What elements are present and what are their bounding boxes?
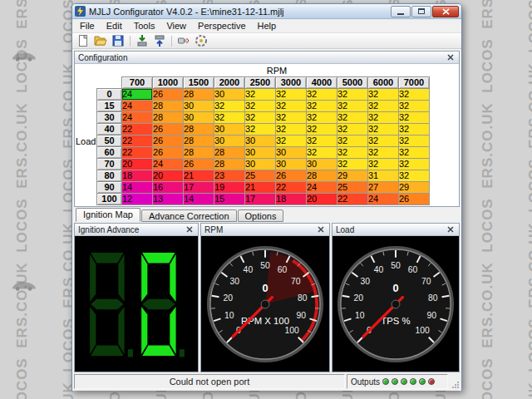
map-cell[interactable]: 32 — [245, 89, 276, 101]
map-cell[interactable]: 32 — [307, 89, 337, 101]
map-cell[interactable]: 25 — [245, 170, 276, 182]
map-cell[interactable]: 28 — [307, 170, 337, 182]
map-cell[interactable]: 30 — [245, 135, 276, 147]
map-cell[interactable]: 20 — [307, 194, 337, 205]
write-ecu-button[interactable] — [151, 34, 168, 48]
menu-perspective[interactable]: Perspective — [192, 20, 251, 32]
map-cell[interactable]: 24 — [153, 159, 184, 170]
map-cell[interactable]: 32 — [399, 170, 430, 182]
map-cell[interactable]: 14 — [184, 194, 214, 205]
map-cell[interactable]: 30 — [276, 147, 307, 159]
map-cell[interactable]: 28 — [184, 147, 214, 159]
map-cell[interactable]: 26 — [184, 159, 214, 170]
map-cell[interactable]: 32 — [245, 112, 276, 124]
map-cell[interactable]: 25 — [337, 182, 368, 194]
map-cell[interactable]: 32 — [276, 112, 307, 124]
menu-help[interactable]: Help — [252, 20, 283, 32]
map-cell[interactable]: 32 — [214, 112, 245, 124]
map-cell[interactable]: 22 — [122, 124, 153, 135]
map-cell[interactable]: 32 — [337, 89, 368, 101]
map-cell[interactable]: 22 — [276, 182, 307, 194]
menu-view[interactable]: View — [160, 20, 192, 32]
map-cell[interactable]: 32 — [368, 159, 399, 170]
map-cell[interactable]: 26 — [153, 147, 184, 159]
map-cell[interactable]: 21 — [245, 182, 276, 194]
ignition-advance-close-button[interactable] — [185, 224, 195, 234]
map-cell[interactable]: 26 — [153, 135, 184, 147]
map-cell[interactable]: 32 — [399, 124, 430, 135]
resize-grip[interactable] — [450, 374, 460, 389]
map-cell[interactable]: 22 — [337, 194, 368, 205]
map-cell[interactable]: 32 — [368, 89, 399, 101]
rpm-gauge-close-button[interactable] — [316, 224, 326, 234]
map-cell[interactable]: 28 — [184, 124, 214, 135]
map-cell[interactable]: 30 — [214, 135, 245, 147]
map-cell[interactable]: 26 — [399, 194, 430, 205]
map-cell[interactable]: 32 — [399, 101, 430, 112]
map-cell[interactable]: 20 — [153, 170, 184, 182]
open-file-button[interactable] — [92, 34, 109, 48]
map-cell[interactable]: 32 — [368, 124, 399, 135]
map-cell[interactable]: 30 — [276, 159, 307, 170]
map-cell[interactable]: 24 — [307, 182, 337, 194]
map-cell[interactable]: 24 — [122, 101, 153, 112]
map-cell[interactable]: 30 — [214, 124, 245, 135]
map-cell[interactable]: 32 — [399, 147, 430, 159]
tab-options[interactable]: Options — [238, 209, 284, 222]
map-cell[interactable]: 32 — [307, 135, 337, 147]
map-cell[interactable]: 27 — [368, 182, 399, 194]
map-cell[interactable]: 32 — [399, 159, 430, 170]
map-cell[interactable]: 32 — [276, 101, 307, 112]
map-cell[interactable]: 28 — [153, 101, 184, 112]
map-cell[interactable]: 19 — [214, 182, 245, 194]
map-cell[interactable]: 32 — [337, 159, 368, 170]
map-cell[interactable]: 24 — [368, 194, 399, 205]
map-cell[interactable]: 17 — [245, 194, 276, 205]
map-cell[interactable]: 32 — [214, 101, 245, 112]
map-cell[interactable]: 24 — [122, 112, 153, 124]
maximize-button[interactable] — [411, 6, 431, 17]
map-cell[interactable]: 26 — [153, 89, 184, 101]
map-cell[interactable]: 13 — [153, 194, 184, 205]
map-cell[interactable]: 32 — [337, 147, 368, 159]
map-cell[interactable]: 32 — [368, 112, 399, 124]
map-cell[interactable]: 32 — [368, 147, 399, 159]
new-file-button[interactable] — [75, 34, 91, 48]
map-cell[interactable]: 18 — [122, 170, 153, 182]
map-cell[interactable]: 32 — [399, 112, 430, 124]
map-cell[interactable]: 31 — [368, 170, 399, 182]
map-cell[interactable]: 26 — [276, 170, 307, 182]
close-button[interactable] — [432, 6, 459, 17]
map-cell[interactable]: 32 — [276, 135, 307, 147]
map-cell[interactable]: 14 — [122, 182, 153, 194]
map-cell[interactable]: 32 — [399, 135, 430, 147]
map-cell[interactable]: 30 — [184, 101, 214, 112]
map-cell[interactable]: 32 — [276, 124, 307, 135]
map-cell[interactable]: 22 — [122, 135, 153, 147]
map-cell[interactable]: 32 — [307, 124, 337, 135]
map-cell[interactable]: 29 — [337, 170, 368, 182]
map-cell[interactable]: 20 — [122, 159, 153, 170]
map-cell[interactable]: 28 — [214, 159, 245, 170]
tab-ignition-map[interactable]: Ignition Map — [76, 208, 140, 222]
tab-advance-correction[interactable]: Advance Correction — [141, 209, 237, 222]
map-cell[interactable]: 21 — [184, 170, 214, 182]
map-cell[interactable]: 30 — [245, 159, 276, 170]
map-cell[interactable]: 30 — [307, 159, 337, 170]
map-cell[interactable]: 23 — [214, 170, 245, 182]
menu-tools[interactable]: Tools — [128, 20, 161, 32]
map-cell[interactable]: 22 — [122, 147, 153, 159]
minimize-button[interactable] — [391, 6, 411, 17]
map-cell[interactable]: 32 — [337, 135, 368, 147]
map-cell[interactable]: 28 — [184, 89, 214, 101]
title-bar[interactable]: MJLJ Configurator V4.0.2 - E:\mine31-12-… — [72, 4, 461, 19]
map-cell[interactable]: 32 — [337, 101, 368, 112]
read-ecu-button[interactable] — [134, 34, 150, 48]
map-cell[interactable]: 30 — [214, 89, 245, 101]
map-cell[interactable]: 30 — [184, 112, 214, 124]
map-cell[interactable]: 32 — [245, 124, 276, 135]
map-cell[interactable]: 30 — [245, 147, 276, 159]
save-button[interactable] — [110, 34, 126, 48]
map-cell[interactable]: 32 — [245, 101, 276, 112]
map-cell[interactable]: 18 — [276, 194, 307, 205]
